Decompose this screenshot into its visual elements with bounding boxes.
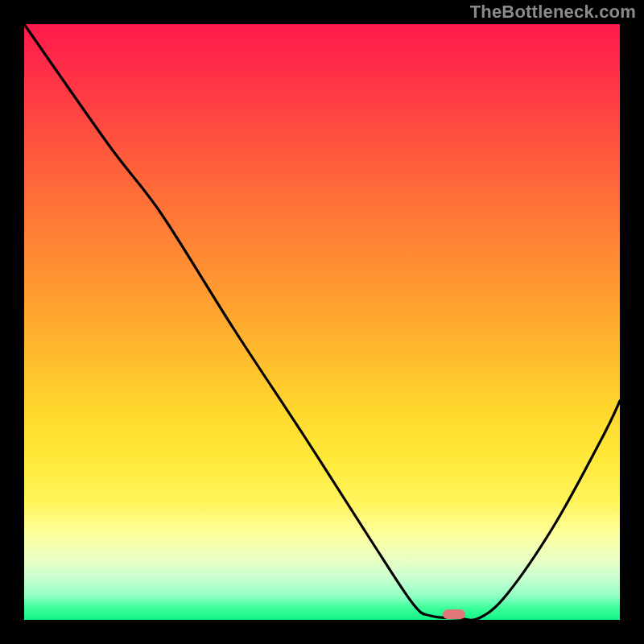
chart-frame: TheBottleneck.com — [0, 0, 644, 644]
bottleneck-curve — [24, 24, 620, 620]
result-marker — [443, 609, 465, 619]
watermark-text: TheBottleneck.com — [470, 2, 636, 23]
plot-area — [24, 24, 620, 620]
